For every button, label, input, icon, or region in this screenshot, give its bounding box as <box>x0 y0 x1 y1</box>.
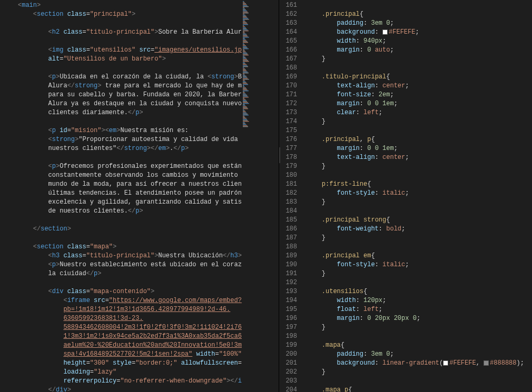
code-line[interactable]: 182 font-style: italic; <box>279 189 532 198</box>
code-line[interactable] <box>0 216 279 225</box>
code-line[interactable]: <iframe src="https://www.google.com/maps… <box>0 296 279 305</box>
code-content[interactable] <box>18 153 279 162</box>
code-line[interactable]: excelencia y agilidad, garantizando cali… <box>0 198 279 207</box>
code-line[interactable]: height="300" style="border:0;" allowfull… <box>0 359 279 368</box>
code-content[interactable]: Alura ya es destaque en la ciudad y conq… <box>18 99 279 108</box>
code-line[interactable]: alt="Utensilios de un barbero"> <box>0 55 279 64</box>
code-content[interactable]: alt="Utensilios de un barbero"> <box>18 55 279 64</box>
code-content[interactable]: text-align: center; <box>307 82 532 91</box>
code-content[interactable]: margin: 0 0 1em; <box>307 99 532 108</box>
code-line[interactable]: <div class="mapa-contenido"> <box>0 287 279 296</box>
code-content[interactable]: <p>Nuestro establecimiento está ubicado … <box>18 260 279 269</box>
code-line[interactable]: 164 background: #FEFEFE; <box>279 28 532 37</box>
code-content[interactable]: spa!4v1684892527702!5m2!1sen!2spa" width… <box>18 350 279 359</box>
code-content[interactable]: background: linear-gradient(#FEFEFE, #88… <box>307 359 532 368</box>
code-line[interactable]: 190 font-style: italic; <box>279 260 532 269</box>
code-line[interactable]: 165 width: 940px; <box>279 37 532 46</box>
code-content[interactable]: loading="lazy" <box>18 368 279 377</box>
code-line[interactable] <box>0 37 279 46</box>
code-line[interactable]: </section> <box>0 225 279 234</box>
code-line[interactable]: Alura</strong> trae para el mercado lo q… <box>0 82 279 91</box>
code-line[interactable]: 180 <box>279 171 532 180</box>
code-line[interactable]: loading="lazy" <box>0 368 279 377</box>
code-content[interactable]: referrerpolicy="no-referrer-when-downgra… <box>18 377 279 386</box>
code-line[interactable]: 196 margin: 0 20px 20px 0; <box>279 314 532 323</box>
code-line[interactable]: 192 <box>279 278 532 287</box>
code-content[interactable]: font-size: 2em; <box>307 91 532 99</box>
code-content[interactable] <box>18 278 279 287</box>
code-content[interactable]: <p>Ofrecemos profesionales experimentado… <box>18 162 279 171</box>
code-line[interactable] <box>0 153 279 162</box>
code-line[interactable]: constantemente observando los cambios y … <box>0 171 279 180</box>
css-code-editor[interactable]: 161162 .principal{163 padding: 3em 0;164… <box>279 0 532 392</box>
code-content[interactable]: p:first-line{ <box>307 180 532 189</box>
code-line[interactable]: <p>Nuestro establecimiento está ubicado … <box>0 260 279 269</box>
code-content[interactable]: text-align: center; <box>307 153 532 162</box>
code-line[interactable]: pb=!1m18!1m12!1m3!1d3656.428977994989!2d… <box>0 305 279 314</box>
code-content[interactable]: } <box>307 117 532 126</box>
code-content[interactable] <box>18 234 279 243</box>
code-line[interactable]: referrerpolicy="no-referrer-when-downgra… <box>0 377 279 386</box>
code-content[interactable] <box>18 37 279 46</box>
code-content[interactable]: margin: 0 0 1em; <box>307 144 532 153</box>
code-content[interactable]: para su cabello y barba. Fundada en 2020… <box>18 91 279 99</box>
code-content[interactable]: padding: 3em 0; <box>307 350 532 359</box>
code-line[interactable]: 194 width: 120px; <box>279 296 532 305</box>
code-content[interactable]: .principal strong{ <box>307 216 532 225</box>
code-line[interactable]: 163 padding: 3em 0; <box>279 19 532 28</box>
code-content[interactable]: de nuestros clientes.</p> <box>18 207 279 216</box>
code-line[interactable]: <h3 class="titulo-principal">Nuestra Ubi… <box>0 252 279 260</box>
code-content[interactable]: últimas tendencias. El atendimiento pose… <box>18 189 279 198</box>
code-line[interactable]: 166 margin: 0 auto; <box>279 46 532 55</box>
code-content[interactable]: constantemente observando los cambios y … <box>18 171 279 180</box>
code-content[interactable]: <section class="principal"> <box>18 10 279 19</box>
code-line[interactable]: 171 font-size: 2em; <box>279 91 532 99</box>
code-line[interactable]: 173 clear: left; <box>279 108 532 117</box>
code-content[interactable]: clear: left; <box>307 108 532 117</box>
code-content[interactable]: } <box>307 162 532 171</box>
code-line[interactable]: 588943462608004!2m3!1f0!2f0!3f0!3m2!1i10… <box>0 323 279 332</box>
code-content[interactable]: <h2 class="titulo-principal">Sobre la Ba… <box>18 28 279 37</box>
code-line[interactable]: 161 <box>279 1 532 10</box>
code-line[interactable]: 201 background: linear-gradient(#FEFEFE,… <box>279 359 532 368</box>
code-content[interactable]: .mapa{ <box>307 341 532 350</box>
code-line[interactable]: 203 <box>279 377 532 386</box>
code-line[interactable]: 183 } <box>279 198 532 207</box>
code-content[interactable]: } <box>307 269 532 278</box>
code-line[interactable]: 176 .principal, p{ <box>279 135 532 144</box>
code-line[interactable]: 181 p:first-line{ <box>279 180 532 189</box>
code-line[interactable]: clientes diariamente.</p> <box>0 108 279 117</box>
code-content[interactable]: height="300" style="border:0;" allowfull… <box>18 359 279 368</box>
code-content[interactable]: padding: 3em 0; <box>307 19 532 28</box>
code-line[interactable]: 188 <box>279 243 532 252</box>
editor-pane-left[interactable]: <main> <section class="principal"> <h2 c… <box>0 0 279 392</box>
code-line[interactable]: <section class="principal"> <box>0 10 279 19</box>
code-line[interactable]: 168 <box>279 64 532 73</box>
code-content[interactable]: } <box>307 234 532 243</box>
code-content[interactable]: 588943462608004!2m3!1f0!2f0!3f0!3m2!1i10… <box>18 323 279 332</box>
code-line[interactable]: 174 } <box>279 117 532 126</box>
code-content[interactable]: clientes diariamente.</p> <box>18 108 279 117</box>
pane-divider-handle[interactable] <box>279 147 280 163</box>
code-content[interactable]: } <box>307 368 532 377</box>
code-line[interactable]: para su cabello y barba. Fundada en 2020… <box>0 91 279 99</box>
code-line[interactable]: 178 text-align: center; <box>279 153 532 162</box>
code-content[interactable]: .principal em{ <box>307 252 532 260</box>
code-line[interactable] <box>0 234 279 243</box>
code-line[interactable]: Alura ya es destaque en la ciudad y conq… <box>0 99 279 108</box>
code-content[interactable]: .mapa p{ <box>307 386 532 392</box>
code-line[interactable]: 200 padding: 3em 0; <box>279 350 532 359</box>
code-content[interactable]: pb=!1m18!1m12!1m3!1d3656.428977994989!2d… <box>18 305 279 314</box>
code-content[interactable]: font-style: italic; <box>307 260 532 269</box>
code-content[interactable]: width: 120px; <box>307 296 532 305</box>
code-line[interactable]: 204 .mapa p{ <box>279 386 532 392</box>
code-content[interactable] <box>18 216 279 225</box>
code-content[interactable]: .titulo-principal{ <box>307 73 532 82</box>
code-line[interactable]: 175 <box>279 126 532 135</box>
code-content[interactable]: margin: 0 auto; <box>307 46 532 55</box>
code-content[interactable] <box>18 117 279 126</box>
code-content[interactable]: <img class="utensilios" src="imagenes/ut… <box>18 46 279 55</box>
code-line[interactable]: <strong>"Proporcionar autoestima y calid… <box>0 135 279 144</box>
code-content[interactable]: <div class="mapa-contenido"> <box>18 287 279 296</box>
minimap-left[interactable]: ████████████████████████████████████████… <box>242 0 279 392</box>
